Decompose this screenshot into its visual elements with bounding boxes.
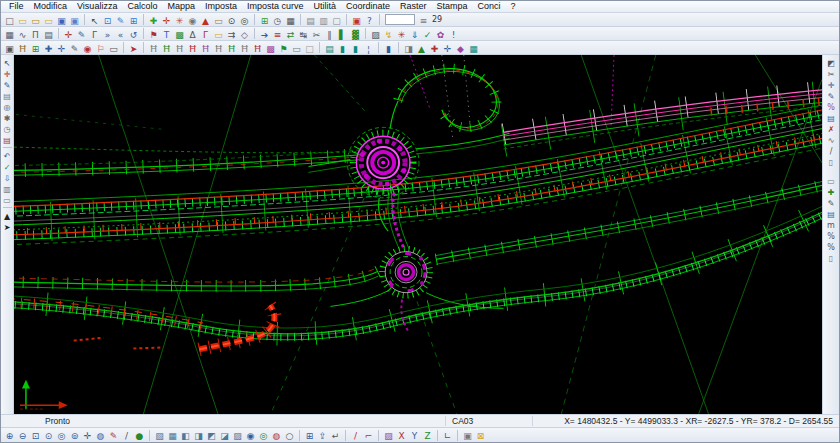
card-2-icon[interactable]: ▭ [290, 42, 303, 54]
cross-sections-1-icon[interactable]: Ħ [147, 42, 160, 54]
grid-view-icon[interactable]: ⊞ [303, 429, 316, 441]
info-strip-2-icon[interactable]: ▯ [826, 252, 837, 263]
dark-grid-icon[interactable]: ▦ [284, 14, 297, 26]
axis-y-icon[interactable]: Y [408, 429, 421, 441]
pen-icon[interactable]: ✎ [68, 42, 81, 54]
teal-bar-2-icon[interactable]: ▮ [349, 42, 362, 54]
page-icon[interactable]: ▢ [330, 14, 343, 26]
sphere-green-icon[interactable]: ◎ [257, 429, 270, 441]
swap-green-icon[interactable]: ⇄ [284, 28, 297, 40]
percent-2-icon[interactable]: % [826, 241, 837, 252]
view-corner-icon[interactable]: ◩ [205, 429, 218, 441]
view-iso-icon[interactable]: ▧ [153, 429, 166, 441]
pen-2-icon[interactable]: ✎ [826, 197, 837, 208]
walker-icon[interactable]: ➤ [2, 221, 13, 232]
send-up-icon[interactable]: ⇪ [316, 429, 329, 441]
asterisk-icon[interactable]: ✳ [395, 28, 408, 40]
plan-view-icon[interactable]: ▦ [3, 28, 16, 40]
select-window-icon[interactable]: ⊡ [101, 14, 114, 26]
bridge-icon[interactable]: Ħ [16, 42, 29, 54]
zoom-region-icon[interactable]: ◎ [238, 14, 251, 26]
plus-h-icon[interactable]: ✚ [42, 42, 55, 54]
menu-utilit[interactable]: Utilità [308, 1, 341, 12]
red-list-icon[interactable]: ≡ [271, 28, 284, 40]
prev-element-icon[interactable]: « [114, 28, 127, 40]
zoom-all-icon[interactable]: ⊚ [68, 429, 81, 441]
cross-sections-9-icon[interactable]: Ħ [251, 42, 264, 54]
slash-icon[interactable]: / [120, 429, 133, 441]
cross-sections-7-icon[interactable]: Ħ [225, 42, 238, 54]
bar-half-icon[interactable]: ▌ [336, 28, 349, 40]
gear-icon[interactable]: ✱ [2, 112, 13, 123]
vertex-corner-icon[interactable]: Γ [88, 28, 101, 40]
peak-icon[interactable]: ▲ [415, 42, 428, 54]
layers-teal-icon[interactable]: ▦ [467, 42, 480, 54]
edit-polyline-icon[interactable]: ✎ [114, 14, 127, 26]
info-icon[interactable]: ! [447, 28, 460, 40]
teal-panel-icon[interactable]: ▤ [323, 42, 336, 54]
arrows-tool-icon[interactable]: ⇉ [225, 28, 238, 40]
info-strip-icon[interactable]: ▯ [826, 156, 837, 167]
table-grid-icon[interactable]: ⊞ [29, 42, 42, 54]
save-as-icon[interactable]: ▣ [68, 14, 81, 26]
move-icon[interactable]: ✛ [826, 79, 837, 90]
fill-green-icon[interactable]: ▓ [349, 28, 362, 40]
find-icon[interactable]: ⊙ [225, 14, 238, 26]
save-icon[interactable]: ▣ [55, 14, 68, 26]
view-sw-icon[interactable]: ◪ [218, 429, 231, 441]
zoom-extents-icon[interactable]: ◎ [55, 429, 68, 441]
menu-calcolo[interactable]: Calcolo [122, 1, 162, 12]
add-entity-icon[interactable]: ✚ [147, 14, 160, 26]
meters-icon[interactable]: m [826, 219, 837, 230]
open-drawing-icon[interactable]: ▭ [29, 14, 42, 26]
plus-v-icon[interactable]: ✛ [55, 42, 68, 54]
return-key-icon[interactable]: ↵ [329, 429, 342, 441]
sphere-blue-icon[interactable]: ◉ [244, 429, 257, 441]
sphere-red-icon[interactable]: ◍ [270, 429, 283, 441]
road-edge-icon[interactable]: ◨ [402, 42, 415, 54]
add-plus-icon[interactable]: ✚ [826, 186, 837, 197]
window-single-icon[interactable]: ▣ [461, 429, 474, 441]
draw-pen-icon[interactable]: ✎ [826, 90, 837, 101]
snapshot-icon[interactable]: ◉ [186, 14, 199, 26]
doc-strip-icon[interactable]: ▭ [826, 175, 837, 186]
divider-bar-icon[interactable]: ¦ [362, 42, 375, 54]
draw-axis-icon[interactable]: ✛ [62, 28, 75, 40]
text-label-icon[interactable]: T [160, 28, 173, 40]
menu-coordinate[interactable]: Coordinate [341, 1, 395, 12]
section-view-icon[interactable]: Π [29, 28, 42, 40]
menu-help[interactable]: ? [506, 1, 521, 12]
circle-target-icon[interactable]: ◉ [81, 42, 94, 54]
red-corner-icon[interactable]: ⌐ [362, 429, 375, 441]
scale-input[interactable] [385, 14, 415, 25]
cross-blue-icon[interactable]: ✛ [441, 42, 454, 54]
area-purple-icon[interactable]: ▩ [264, 42, 277, 54]
right-angle-icon[interactable]: ∟ [441, 429, 454, 441]
panel-2-icon[interactable]: ▤ [826, 208, 837, 219]
new-file-icon[interactable]: □ [3, 14, 16, 26]
undo-icon[interactable]: ↶ [2, 150, 13, 161]
teal-bar-1-icon[interactable]: ▮ [336, 42, 349, 54]
flag-marker-icon[interactable]: ⚑ [147, 28, 160, 40]
mountain-icon[interactable]: ▲ [2, 210, 13, 221]
triangle-model-icon[interactable]: Δ [186, 28, 199, 40]
view-front-icon[interactable]: ◧ [179, 429, 192, 441]
menu-stampa[interactable]: Stampa [432, 1, 473, 12]
percent-1-icon[interactable]: % [826, 230, 837, 241]
view-shaded-icon[interactable]: ▨ [231, 429, 244, 441]
drawing-canvas[interactable] [14, 55, 822, 414]
cut-section-icon[interactable]: ✂ [310, 28, 323, 40]
cross-red-icon[interactable]: ✚ [428, 42, 441, 54]
parallel-lines-icon[interactable]: ∥ [323, 28, 336, 40]
refresh-icon[interactable]: ↺ [127, 28, 140, 40]
cross-sections-6-icon[interactable]: Ħ [212, 42, 225, 54]
open-file-icon[interactable]: ▭ [16, 14, 29, 26]
hatch-area-icon[interactable]: ▩ [173, 28, 186, 40]
clock-icon[interactable]: ◷ [2, 123, 13, 134]
cross-sections-8-icon[interactable]: Ħ [238, 42, 251, 54]
edit-grid-icon[interactable]: ⊞ [127, 14, 140, 26]
profile-view-icon[interactable]: ∿ [16, 28, 29, 40]
flag-green-icon[interactable]: ⚑ [277, 42, 290, 54]
cross-sections-4-icon[interactable]: Ħ [186, 42, 199, 54]
cant-pattern-icon[interactable]: ▨ [382, 429, 395, 441]
